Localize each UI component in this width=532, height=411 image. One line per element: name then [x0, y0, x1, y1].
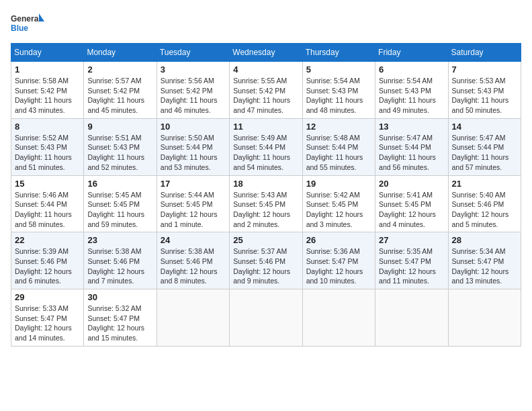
calendar-week-row: 15Sunrise: 5:46 AMSunset: 5:44 PMDayligh…: [11, 175, 521, 232]
day-number: 3: [161, 64, 226, 75]
calendar-cell: 5Sunrise: 5:54 AMSunset: 5:43 PMDaylight…: [302, 62, 375, 119]
calendar-cell: 16Sunrise: 5:45 AMSunset: 5:45 PMDayligh…: [84, 175, 157, 232]
day-info: Sunrise: 5:49 AMSunset: 5:44 PMDaylight:…: [233, 133, 298, 173]
logo: General Blue: [11, 11, 44, 38]
calendar-cell: 9Sunrise: 5:51 AMSunset: 5:43 PMDaylight…: [84, 118, 157, 175]
day-info: Sunrise: 5:47 AMSunset: 5:44 PMDaylight:…: [379, 133, 444, 173]
day-info: Sunrise: 5:34 AMSunset: 5:47 PMDaylight:…: [452, 246, 517, 286]
day-number: 12: [306, 122, 371, 132]
calendar-cell: 6Sunrise: 5:54 AMSunset: 5:43 PMDaylight…: [375, 62, 448, 119]
day-info: Sunrise: 5:54 AMSunset: 5:43 PMDaylight:…: [379, 76, 444, 116]
day-number: 29: [15, 292, 80, 302]
day-info: Sunrise: 5:46 AMSunset: 5:44 PMDaylight:…: [15, 190, 80, 230]
calendar-cell: 10Sunrise: 5:50 AMSunset: 5:44 PMDayligh…: [157, 118, 229, 175]
calendar-cell: 11Sunrise: 5:49 AMSunset: 5:44 PMDayligh…: [230, 118, 302, 175]
day-info: Sunrise: 5:50 AMSunset: 5:44 PMDaylight:…: [161, 133, 226, 173]
day-info: Sunrise: 5:38 AMSunset: 5:46 PMDaylight:…: [161, 246, 226, 286]
calendar-cell: [157, 289, 229, 347]
calendar-cell: 28Sunrise: 5:34 AMSunset: 5:47 PMDayligh…: [448, 232, 521, 289]
day-header-friday: Friday: [375, 44, 448, 62]
calendar-cell: 3Sunrise: 5:56 AMSunset: 5:42 PMDaylight…: [157, 62, 229, 119]
day-number: 28: [452, 235, 517, 245]
calendar-cell: 19Sunrise: 5:42 AMSunset: 5:45 PMDayligh…: [302, 175, 375, 232]
calendar-cell: 14Sunrise: 5:47 AMSunset: 5:44 PMDayligh…: [448, 118, 521, 175]
day-info: Sunrise: 5:45 AMSunset: 5:45 PMDaylight:…: [87, 190, 152, 230]
day-number: 25: [233, 235, 298, 245]
day-number: 13: [379, 122, 444, 132]
day-number: 8: [15, 122, 80, 132]
day-number: 30: [87, 292, 152, 302]
calendar-cell: 26Sunrise: 5:36 AMSunset: 5:47 PMDayligh…: [302, 232, 375, 289]
calendar-cell: 23Sunrise: 5:38 AMSunset: 5:46 PMDayligh…: [84, 232, 157, 289]
day-info: Sunrise: 5:44 AMSunset: 5:45 PMDaylight:…: [161, 190, 226, 230]
day-number: 18: [233, 179, 298, 189]
day-info: Sunrise: 5:40 AMSunset: 5:46 PMDaylight:…: [452, 190, 517, 230]
day-info: Sunrise: 5:38 AMSunset: 5:46 PMDaylight:…: [87, 246, 152, 286]
calendar-cell: 4Sunrise: 5:55 AMSunset: 5:42 PMDaylight…: [230, 62, 302, 119]
day-info: Sunrise: 5:43 AMSunset: 5:45 PMDaylight:…: [233, 190, 298, 230]
day-number: 5: [306, 64, 371, 75]
day-info: Sunrise: 5:48 AMSunset: 5:44 PMDaylight:…: [306, 133, 371, 173]
day-number: 2: [87, 64, 152, 75]
day-number: 7: [452, 64, 517, 75]
day-number: 27: [379, 235, 444, 245]
day-header-saturday: Saturday: [448, 44, 521, 62]
day-header-sunday: Sunday: [11, 44, 84, 62]
day-info: Sunrise: 5:51 AMSunset: 5:43 PMDaylight:…: [87, 133, 152, 173]
day-number: 24: [161, 235, 226, 245]
day-info: Sunrise: 5:39 AMSunset: 5:46 PMDaylight:…: [15, 246, 80, 286]
calendar-cell: 24Sunrise: 5:38 AMSunset: 5:46 PMDayligh…: [157, 232, 229, 289]
day-number: 14: [452, 122, 517, 132]
calendar-cell: 27Sunrise: 5:35 AMSunset: 5:47 PMDayligh…: [375, 232, 448, 289]
day-info: Sunrise: 5:55 AMSunset: 5:42 PMDaylight:…: [233, 76, 298, 116]
day-info: Sunrise: 5:47 AMSunset: 5:44 PMDaylight:…: [452, 133, 517, 173]
calendar-cell: 17Sunrise: 5:44 AMSunset: 5:45 PMDayligh…: [157, 175, 229, 232]
calendar-cell: 20Sunrise: 5:41 AMSunset: 5:45 PMDayligh…: [375, 175, 448, 232]
calendar-week-row: 29Sunrise: 5:33 AMSunset: 5:47 PMDayligh…: [11, 289, 521, 347]
day-number: 17: [161, 179, 226, 189]
page-header: General Blue: [11, 11, 521, 38]
calendar-cell: 13Sunrise: 5:47 AMSunset: 5:44 PMDayligh…: [375, 118, 448, 175]
day-info: Sunrise: 5:57 AMSunset: 5:42 PMDaylight:…: [87, 76, 152, 116]
day-info: Sunrise: 5:54 AMSunset: 5:43 PMDaylight:…: [306, 76, 371, 116]
day-number: 15: [15, 179, 80, 189]
calendar-week-row: 22Sunrise: 5:39 AMSunset: 5:46 PMDayligh…: [11, 232, 521, 289]
day-number: 11: [233, 122, 298, 132]
day-info: Sunrise: 5:52 AMSunset: 5:43 PMDaylight:…: [15, 133, 80, 173]
calendar-week-row: 1Sunrise: 5:58 AMSunset: 5:42 PMDaylight…: [11, 62, 521, 119]
calendar-week-row: 8Sunrise: 5:52 AMSunset: 5:43 PMDaylight…: [11, 118, 521, 175]
day-info: Sunrise: 5:41 AMSunset: 5:45 PMDaylight:…: [379, 190, 444, 230]
day-number: 4: [233, 64, 298, 75]
calendar-cell: [448, 289, 521, 347]
day-info: Sunrise: 5:35 AMSunset: 5:47 PMDaylight:…: [379, 246, 444, 286]
calendar-cell: [230, 289, 302, 347]
calendar-cell: 22Sunrise: 5:39 AMSunset: 5:46 PMDayligh…: [11, 232, 84, 289]
calendar-cell: 15Sunrise: 5:46 AMSunset: 5:44 PMDayligh…: [11, 175, 84, 232]
day-number: 16: [87, 179, 152, 189]
day-number: 23: [87, 235, 152, 245]
logo-svg: General Blue: [11, 11, 44, 38]
day-info: Sunrise: 5:53 AMSunset: 5:43 PMDaylight:…: [452, 76, 517, 116]
day-info: Sunrise: 5:37 AMSunset: 5:46 PMDaylight:…: [233, 246, 298, 286]
day-header-tuesday: Tuesday: [157, 44, 229, 62]
svg-text:Blue: Blue: [11, 24, 28, 33]
day-info: Sunrise: 5:32 AMSunset: 5:47 PMDaylight:…: [87, 304, 152, 343]
calendar-cell: 29Sunrise: 5:33 AMSunset: 5:47 PMDayligh…: [11, 289, 84, 347]
day-number: 21: [452, 179, 517, 189]
day-info: Sunrise: 5:36 AMSunset: 5:47 PMDaylight:…: [306, 246, 371, 286]
calendar-cell: 8Sunrise: 5:52 AMSunset: 5:43 PMDaylight…: [11, 118, 84, 175]
calendar-cell: 25Sunrise: 5:37 AMSunset: 5:46 PMDayligh…: [230, 232, 302, 289]
svg-text:General: General: [11, 14, 41, 24]
day-info: Sunrise: 5:58 AMSunset: 5:42 PMDaylight:…: [15, 76, 80, 116]
calendar-cell: 12Sunrise: 5:48 AMSunset: 5:44 PMDayligh…: [302, 118, 375, 175]
day-number: 6: [379, 64, 444, 75]
day-number: 26: [306, 235, 371, 245]
calendar-cell: 21Sunrise: 5:40 AMSunset: 5:46 PMDayligh…: [448, 175, 521, 232]
calendar-cell: 2Sunrise: 5:57 AMSunset: 5:42 PMDaylight…: [84, 62, 157, 119]
calendar-cell: [302, 289, 375, 347]
calendar-cell: 7Sunrise: 5:53 AMSunset: 5:43 PMDaylight…: [448, 62, 521, 119]
day-header-monday: Monday: [84, 44, 157, 62]
day-header-thursday: Thursday: [302, 44, 375, 62]
day-number: 19: [306, 179, 371, 189]
day-number: 20: [379, 179, 444, 189]
